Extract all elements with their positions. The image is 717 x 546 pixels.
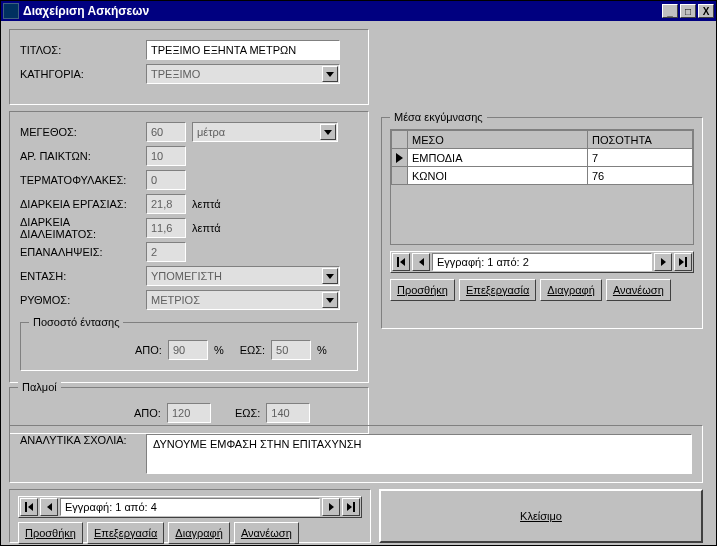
label-megethos: ΜΕΓΕΘΟΣ: <box>20 126 146 138</box>
nav-main-next[interactable] <box>322 498 340 516</box>
legend-pososto: Ποσοστό έντασης <box>29 316 123 328</box>
main-refresh-button[interactable]: Ανανέωση <box>234 522 299 544</box>
label-arpaikton: ΑΡ. ΠΑΙΚΤΩΝ: <box>20 150 146 162</box>
label-epanal: ΕΠΑΝΑΛΗΨΕΙΣ: <box>20 246 146 258</box>
panel-mesa: Μέσα εκγύμνασης ΜΕΣΟ ΠΟΣΟΤΗΤΑ ΕΜΠΟΔΙΑ 7 <box>381 111 703 329</box>
fieldset-mesa: Μέσα εκγύμνασης ΜΕΣΟ ΠΟΣΟΤΗΤΑ ΕΜΠΟΔΙΑ 7 <box>381 111 703 329</box>
main-delete-button[interactable]: Διαγραφή <box>168 522 230 544</box>
cell-meso-1[interactable]: ΚΩΝΟΙ <box>408 167 588 185</box>
panel-properties: ΜΕΓΕΘΟΣ: μέτρα ΑΡ. ΠΑΙΚΤΩΝ: ΤΕΡΜΑΤΟΦΥΛΑΚ… <box>9 111 369 383</box>
label-titlos: ΤΙΤΛΟΣ: <box>20 44 146 56</box>
panel-title-category: ΤΙΤΛΟΣ: ΚΑΤΗΓΟΡΙΑ: ΤΡΕΞΙΜΟ <box>9 29 369 105</box>
chevron-down-icon <box>322 292 338 308</box>
grid-mesa[interactable]: ΜΕΣΟ ΠΟΣΟΤΗΤΑ ΕΜΠΟΔΙΑ 7 ΚΩΝΟΙ 76 <box>390 129 694 245</box>
main-add-button[interactable]: Προσθήκη <box>18 522 83 544</box>
cell-posotita-0[interactable]: 7 <box>588 149 693 167</box>
panel-comments: ΑΝΑΛΥΤΙΚΑ ΣΧΟΛΙΑ: ΔΥΝΟΥΜΕ ΕΜΦΑΣΗ ΣΤΗΝ ΕΠ… <box>9 425 703 483</box>
input-epanal[interactable] <box>146 242 186 262</box>
row-marker <box>392 149 408 167</box>
app-icon <box>3 3 19 19</box>
window: Διαχείριση Ασκήσεων _ □ X ΤΙΤΛΟΣ: ΚΑΤΗΓΟ… <box>0 0 717 546</box>
grid-col-meso[interactable]: ΜΕΣΟ <box>408 131 588 149</box>
label-diarkeia-erg: ΔΙΑΡΚΕΙΑ ΕΡΓΑΣΙΑΣ: <box>20 198 146 210</box>
pct-1: % <box>208 344 230 356</box>
nav-grid-next[interactable] <box>654 253 672 271</box>
nav-grid-last[interactable] <box>674 253 692 271</box>
titlebar: Διαχείριση Ασκήσεων _ □ X <box>1 1 716 21</box>
grid-col-posotita[interactable]: ΠΟΣΟΤΗΤΑ <box>588 131 693 149</box>
input-palmoi-apo[interactable] <box>167 403 211 423</box>
unit-lepta-2: λεπτά <box>186 222 226 234</box>
legend-mesa: Μέσα εκγύμνασης <box>390 111 487 123</box>
cell-meso-0[interactable]: ΕΜΠΟΔΙΑ <box>408 149 588 167</box>
label-analytika: ΑΝΑΛΥΤΙΚΑ ΣΧΟΛΙΑ: <box>20 434 138 472</box>
nav-main: Εγγραφή: 1 από: 4 <box>18 496 362 518</box>
input-megethos[interactable] <box>146 122 186 142</box>
select-rythmos-value: ΜΕΤΡΙΟΣ <box>151 294 200 306</box>
label-diarkeia-dia: ΔΙΑΡΚΕΙΑ ΔΙΑΛΕΙΜΑΤΟΣ: <box>20 216 146 240</box>
grid-refresh-button[interactable]: Ανανέωση <box>606 279 671 301</box>
label-apo-2: ΑΠΟ: <box>134 407 161 419</box>
close-button[interactable]: X <box>698 4 714 18</box>
legend-palmoi: Παλμοί <box>18 381 61 393</box>
panel-bottom-nav: Εγγραφή: 1 από: 4 Προσθήκη Επεξεργασία Δ… <box>9 489 371 543</box>
grid-edit-button[interactable]: Επεξεργασία <box>459 279 536 301</box>
main-button-row: Προσθήκη Επεξεργασία Διαγραφή Ανανέωση <box>18 522 362 544</box>
nav-main-first[interactable] <box>20 498 38 516</box>
nav-grid: Εγγραφή: 1 από: 2 <box>390 251 694 273</box>
grid-button-row: Προσθήκη Επεξεργασία Διαγραφή Ανανέωση <box>390 279 694 301</box>
label-termato: ΤΕΡΜΑΤΟΦΥΛΑΚΕΣ: <box>20 174 146 186</box>
grid-delete-button[interactable]: Διαγραφή <box>540 279 602 301</box>
minimize-button[interactable]: _ <box>662 4 678 18</box>
nav-grid-first[interactable] <box>392 253 410 271</box>
label-apo-1: ΑΠΟ: <box>135 344 162 356</box>
grid-empty-area <box>391 185 693 244</box>
unit-lepta-1: λεπτά <box>186 198 226 210</box>
nav-main-text: Εγγραφή: 1 από: 4 <box>60 498 320 516</box>
label-eos-1: ΕΩΣ: <box>240 344 265 356</box>
window-title: Διαχείριση Ασκήσεων <box>23 4 662 18</box>
label-rythmos: ΡΥΘΜΟΣ: <box>20 294 146 306</box>
input-pososto-eos[interactable] <box>271 340 311 360</box>
label-entasi: ΕΝΤΑΣΗ: <box>20 270 146 282</box>
nav-grid-prev[interactable] <box>412 253 430 271</box>
maximize-button[interactable]: □ <box>680 4 696 18</box>
chevron-down-icon <box>322 268 338 284</box>
chevron-down-icon <box>320 124 336 140</box>
select-entasi-value: ΥΠΟΜΕΓΙΣΤΗ <box>151 270 222 282</box>
nav-main-prev[interactable] <box>40 498 58 516</box>
row-head <box>392 167 408 185</box>
client-area: ΤΙΤΛΟΣ: ΚΑΤΗΓΟΡΙΑ: ΤΡΕΞΙΜΟ ΜΕΓΕΘΟΣ: μέτρ… <box>1 21 716 545</box>
nav-grid-text: Εγγραφή: 1 από: 2 <box>432 253 652 271</box>
input-diarkeia-dia[interactable] <box>146 218 186 238</box>
select-megethos-unit[interactable]: μέτρα <box>192 122 338 142</box>
table-row[interactable]: ΕΜΠΟΔΙΑ 7 <box>392 149 693 167</box>
select-megethos-unit-value: μέτρα <box>197 126 225 138</box>
select-entasi[interactable]: ΥΠΟΜΕΓΙΣΤΗ <box>146 266 340 286</box>
main-edit-button[interactable]: Επεξεργασία <box>87 522 164 544</box>
select-katigoria-value: ΤΡΕΞΙΜΟ <box>151 68 200 80</box>
nav-main-last[interactable] <box>342 498 360 516</box>
input-diarkeia-erg[interactable] <box>146 194 186 214</box>
input-termato[interactable] <box>146 170 186 190</box>
label-eos-2: ΕΩΣ: <box>235 407 260 419</box>
input-titlos[interactable] <box>146 40 340 60</box>
grid-corner <box>392 131 408 149</box>
textarea-sxolia[interactable]: ΔΥΝΟΥΜΕ ΕΜΦΑΣΗ ΣΤΗΝ ΕΠΙΤΑΧΥΝΣΗ <box>146 434 692 474</box>
select-katigoria[interactable]: ΤΡΕΞΙΜΟ <box>146 64 340 84</box>
table-row[interactable]: ΚΩΝΟΙ 76 <box>392 167 693 185</box>
label-katigoria: ΚΑΤΗΓΟΡΙΑ: <box>20 68 146 80</box>
select-rythmos[interactable]: ΜΕΤΡΙΟΣ <box>146 290 340 310</box>
input-arpaikton[interactable] <box>146 146 186 166</box>
grid-add-button[interactable]: Προσθήκη <box>390 279 455 301</box>
cell-posotita-1[interactable]: 76 <box>588 167 693 185</box>
pct-2: % <box>311 344 333 356</box>
input-palmoi-eos[interactable] <box>266 403 310 423</box>
fieldset-pososto: Ποσοστό έντασης ΑΠΟ: % ΕΩΣ: % <box>20 316 358 371</box>
input-pososto-apo[interactable] <box>168 340 208 360</box>
window-buttons: _ □ X <box>662 4 714 18</box>
chevron-down-icon <box>322 66 338 82</box>
close-button-container: Κλείσιμο <box>379 489 703 543</box>
close-form-button[interactable]: Κλείσιμο <box>379 489 703 543</box>
